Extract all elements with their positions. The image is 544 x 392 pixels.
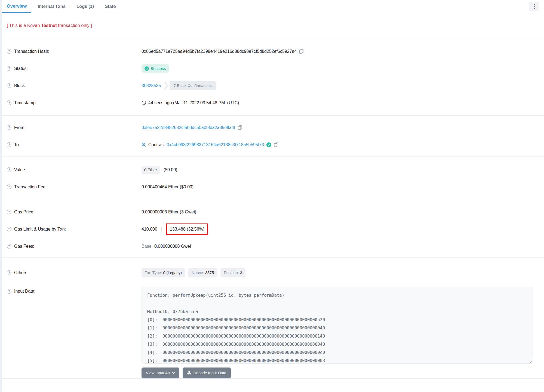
input-methodid-line: MethodID: 0x7bbaf1ea bbox=[147, 308, 528, 316]
field-label: To: bbox=[14, 142, 20, 147]
tab-state[interactable]: State bbox=[100, 0, 120, 13]
row-input-data: ? Input Data: Function: performUpkeep(ui… bbox=[2, 287, 544, 378]
chevron-right-icon bbox=[164, 81, 168, 90]
copy-icon[interactable] bbox=[274, 142, 278, 147]
block-number-link[interactable]: 30328535 bbox=[142, 83, 161, 88]
to-type-label: Contract bbox=[148, 142, 165, 147]
field-label: Gas Limit & Usage by Txn: bbox=[14, 227, 66, 232]
status-badge: Success bbox=[142, 64, 169, 73]
field-label: Block: bbox=[14, 83, 26, 88]
more-options-button[interactable] bbox=[529, 2, 539, 11]
block-confirmations-badge: 7 Block Confirmations bbox=[164, 81, 216, 90]
transaction-overview-panel: Overview Internal Txns Logs (1) State [ … bbox=[0, 0, 544, 392]
help-icon[interactable]: ? bbox=[7, 49, 11, 54]
gas-usage-highlight-box: 133,488 (32.56%) bbox=[166, 223, 208, 235]
help-icon[interactable]: ? bbox=[7, 270, 11, 275]
decode-icon bbox=[187, 371, 191, 375]
field-label: Input Data: bbox=[14, 289, 35, 294]
input-word: [1]:000000000000000000000000000000000000… bbox=[147, 324, 528, 332]
help-icon[interactable]: ? bbox=[7, 142, 11, 147]
help-icon[interactable]: ? bbox=[7, 185, 11, 189]
to-address-link[interactable]: 0x4cb093f226983713164a62138c3f718a5b595f… bbox=[167, 142, 264, 147]
check-circle-icon bbox=[145, 66, 149, 71]
row-status: ? Status: Success bbox=[2, 60, 544, 77]
clock-icon bbox=[142, 100, 146, 105]
field-label: From: bbox=[14, 125, 26, 130]
decode-input-data-button[interactable]: Decode Input Data bbox=[183, 367, 231, 378]
gas-fees-base-label: Base: bbox=[142, 244, 153, 249]
timestamp-value: 44 secs ago (Mar-11-2022 03:54:48 PM +UT… bbox=[148, 100, 239, 105]
help-icon[interactable]: ? bbox=[7, 66, 11, 71]
gas-price-value: 0.000000003 Ether (3 Gwei) bbox=[142, 210, 196, 215]
row-from: ? From: 0xfee7522e8482682cf50ddc50a0f8da… bbox=[2, 119, 544, 136]
separator: | bbox=[161, 227, 162, 232]
row-gas-limit-usage: ? Gas Limit & Usage by Txn: 410,000 | 13… bbox=[2, 220, 544, 238]
help-icon[interactable]: ? bbox=[7, 210, 11, 214]
tab-logs[interactable]: Logs (1) bbox=[72, 0, 99, 13]
zoom-in-icon[interactable] bbox=[142, 142, 146, 147]
field-label: Timestamp: bbox=[14, 100, 37, 105]
input-word: [0]:000000000000000000000000000000000000… bbox=[147, 316, 528, 324]
field-label: Transaction Hash: bbox=[14, 49, 49, 54]
resize-handle[interactable] bbox=[529, 359, 532, 363]
help-icon[interactable]: ? bbox=[7, 289, 11, 294]
input-data-textarea[interactable]: Function: performUpkeep(uint256 id, byte… bbox=[142, 287, 533, 364]
transaction-fee-value: 0.000400464 Ether ($0.00) bbox=[142, 185, 193, 189]
input-function-line: Function: performUpkeep(uint256 id, byte… bbox=[147, 291, 528, 299]
row-block: ? Block: 30328535 7 Block Confirmations bbox=[2, 77, 544, 94]
chevron-down-icon bbox=[172, 372, 175, 374]
input-word: [2]:000000000000000000000000000000000000… bbox=[147, 332, 528, 340]
testnet-notice: [ This is a Kovan Testnet transaction on… bbox=[7, 23, 544, 29]
value-usd: ($0.00) bbox=[164, 167, 177, 172]
copy-icon[interactable] bbox=[238, 125, 242, 130]
nonce-badge: Nonce:3375 bbox=[188, 268, 217, 277]
tab-overview[interactable]: Overview bbox=[2, 0, 31, 13]
row-gas-fees: ? Gas Fees: Base: 0.000000008 Gwei bbox=[2, 238, 544, 255]
help-icon[interactable]: ? bbox=[7, 244, 11, 249]
txn-type-badge: Txn Type:0 (Legacy) bbox=[142, 268, 185, 277]
input-word: [4]:000000000000000000000000000000000000… bbox=[147, 348, 528, 357]
help-icon[interactable]: ? bbox=[7, 100, 11, 105]
help-icon[interactable]: ? bbox=[7, 83, 11, 88]
field-label: Status: bbox=[14, 66, 28, 71]
tab-bar: Overview Internal Txns Logs (1) State bbox=[2, 0, 544, 13]
view-input-as-button[interactable]: View Input As bbox=[142, 367, 179, 378]
help-icon[interactable]: ? bbox=[7, 125, 11, 130]
gas-usage-value: 133,488 (32.56%) bbox=[170, 227, 204, 231]
row-transaction-hash: ? Transaction Hash: 0x86ed5a771e725aa94d… bbox=[2, 43, 544, 60]
input-word: [3]:000000000000000000000000000000000000… bbox=[147, 340, 528, 348]
copy-icon[interactable] bbox=[299, 49, 304, 54]
help-icon[interactable]: ? bbox=[7, 227, 11, 231]
field-label: Value: bbox=[14, 167, 26, 172]
row-transaction-fee: ? Transaction Fee: 0.000400464 Ether ($0… bbox=[2, 178, 544, 195]
row-to: ? To: Contract 0x4cb093f226983713164a621… bbox=[2, 136, 544, 153]
field-label: Gas Price: bbox=[14, 210, 35, 215]
help-icon[interactable]: ? bbox=[7, 167, 11, 172]
value-badge: 0 Ether bbox=[142, 166, 160, 174]
row-gas-price: ? Gas Price: 0.000000003 Ether (3 Gwei) bbox=[2, 203, 544, 220]
row-value: ? Value: 0 Ether ($0.00) bbox=[2, 161, 544, 178]
row-others: ? Others: Txn Type:0 (Legacy) Nonce:3375… bbox=[2, 264, 544, 281]
row-timestamp: ? Timestamp: 44 secs ago (Mar-11-2022 03… bbox=[2, 94, 544, 111]
kebab-icon bbox=[534, 4, 535, 5]
field-label: Gas Fees: bbox=[14, 244, 34, 249]
verified-check-icon bbox=[266, 142, 271, 147]
transaction-hash-value: 0x86ed5a771e725aa94d5b7fa2398e4419e216d8… bbox=[142, 49, 297, 54]
gas-limit-value: 410,000 bbox=[142, 227, 157, 232]
divider bbox=[2, 378, 544, 379]
gas-fees-base-value: 0.000000008 Gwei bbox=[154, 244, 191, 249]
from-address-link[interactable]: 0xfee7522e8482682cf50ddc50a0f8da2a39effa… bbox=[142, 125, 235, 130]
field-label: Transaction Fee: bbox=[14, 185, 47, 189]
tab-internal-txns[interactable]: Internal Txns bbox=[33, 0, 70, 13]
position-badge: Position:3 bbox=[220, 268, 245, 277]
field-label: Others: bbox=[14, 270, 28, 275]
input-word: [5]:000000000000000000000000000000000000… bbox=[147, 357, 528, 364]
